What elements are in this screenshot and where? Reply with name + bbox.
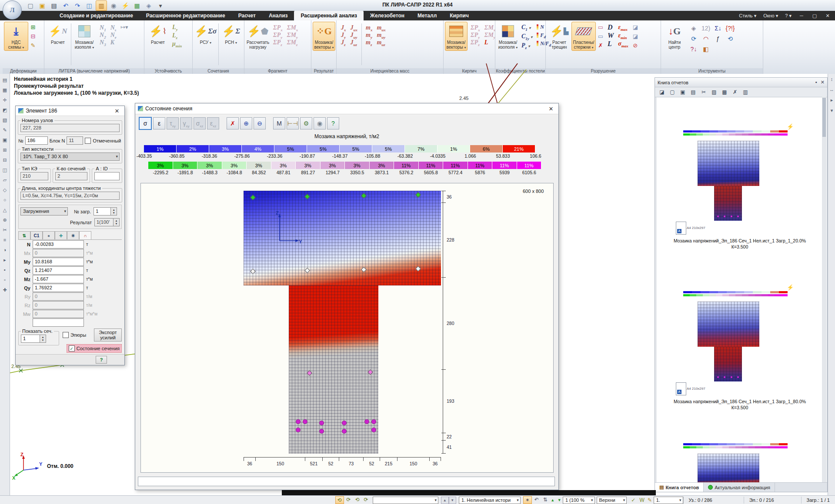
sum-force-button[interactable]: ΣMy (287, 32, 298, 38)
result-tab-icon[interactable]: ⇅ (18, 231, 30, 239)
stress-component-button[interactable]: Ns (110, 24, 117, 31)
stability-result-button[interactable]: Ly (172, 24, 182, 30)
side-tool-icon[interactable]: ◩ (1, 106, 8, 113)
sigma-button[interactable]: σ (139, 117, 152, 130)
style-menu[interactable]: Стиль ▾ (736, 13, 759, 19)
ruler-icon[interactable]: ✗ (597, 41, 605, 49)
book-icon[interactable]: ▥ (96, 0, 107, 11)
scale-cell[interactable]: 11% (443, 162, 468, 169)
scale-cell[interactable]: 2% (177, 145, 209, 153)
scale-cell[interactable]: 3% (370, 162, 394, 169)
strain-limit-button[interactable]: εmin (618, 32, 628, 39)
save-report-icon[interactable]: ▤ (689, 88, 698, 96)
side-tool-icon[interactable]: ✚ (1, 286, 8, 293)
side-tool-icon[interactable]: ○ (1, 196, 8, 203)
number-combo[interactable]: 1. (654, 497, 683, 504)
ribbon-tab[interactable]: Создание и редактирование (53, 11, 140, 20)
history-refresh-icon[interactable]: ⟳ (362, 496, 370, 503)
result-tab-icon[interactable]: C1 (30, 231, 43, 239)
stress-component-button[interactable]: N3 (100, 39, 106, 46)
minimize-button[interactable]: ─ (796, 13, 807, 18)
section-state-dialog[interactable]: Состояние сечения ✕ σ ε τxy γxy (135, 103, 559, 490)
new-document-icon[interactable]: ▢ (25, 1, 36, 10)
plane-view-icon[interactable]: ◪ (631, 23, 639, 31)
step-up-icon[interactable]: ▲ (549, 498, 556, 502)
fracture-result-button[interactable]: W (608, 32, 614, 39)
deformation-tool-icon[interactable]: ⊟ (29, 32, 37, 40)
force-value-field[interactable]: 10.8168 (33, 258, 84, 266)
force-value-field[interactable] (33, 318, 84, 327)
side-tool-icon[interactable]: ▧ (1, 116, 8, 123)
side-tool-icon[interactable]: ▸ (1, 256, 8, 263)
tool-icon[interactable]: ƒ (714, 35, 722, 43)
sigma-xz-button[interactable]: σxz (194, 117, 206, 129)
tool-icon[interactable]: Σ↓ (714, 24, 722, 32)
side-tool-icon[interactable]: △ (1, 206, 8, 213)
pencil-icon[interactable]: ✎ (646, 497, 654, 504)
scale-cell[interactable]: 11% (468, 162, 493, 169)
ribbon-tab[interactable]: Расширенное редактирование (140, 11, 232, 20)
ribbon-tab[interactable]: Кирпич (443, 11, 475, 20)
report-caption-2[interactable]: Мозаика напряжений_Эл_186 Сеч_1 Нел.ист_… (659, 399, 821, 404)
delete-icon[interactable]: ✗ (731, 88, 739, 96)
sum-force-button[interactable]: ΣPy (273, 32, 283, 38)
redo-icon[interactable]: ↷ (72, 1, 83, 10)
prev-button[interactable]: ▲ (441, 497, 449, 504)
scale-cell[interactable]: 1% (438, 145, 470, 153)
stress-component-button[interactable]: N2 (100, 32, 106, 38)
brick-mosaic-vectors-button[interactable]: Мозаика/ векторы ▾ (445, 22, 468, 51)
aid-field[interactable] (94, 172, 120, 180)
scale-cell[interactable]: 3% (271, 162, 296, 169)
loadings-select[interactable]: Загружения (20, 207, 68, 216)
side-tool-icon[interactable]: ▱ (1, 176, 8, 183)
apply-icon[interactable]: ✓ (629, 497, 637, 504)
step-down-icon[interactable]: ▼ (556, 498, 563, 502)
mass-m-button[interactable]: mx (366, 24, 372, 31)
force-value-field[interactable]: -0.00283 (33, 240, 84, 249)
cube-icon[interactable]: ◫ (84, 1, 94, 10)
inertia-j-button[interactable]: Jy (341, 32, 346, 38)
show-section-stepper[interactable]: 1 ▲▼ (21, 335, 46, 343)
result-mosaic-vectors-button[interactable]: ⁘G Мозаика/ векторы ▾ (313, 22, 335, 51)
result-tab-icon[interactable]: ● (43, 231, 55, 239)
force-value-field[interactable]: -1.667 (33, 275, 84, 283)
layer-combo[interactable]: Верхни (597, 497, 627, 504)
element-number-field[interactable]: 186 (25, 136, 48, 145)
result-tab-icon[interactable]: ∩ (79, 231, 91, 239)
mass-m-button[interactable]: mux (377, 24, 385, 31)
find-center-button[interactable]: ↓G Найти центр (662, 22, 687, 50)
bedding-coef-button[interactable]: Pz ▾ (521, 42, 532, 50)
ribbon-tab[interactable]: Расчет (232, 11, 262, 20)
close-icon[interactable]: ✕ (112, 108, 122, 114)
side-tool-icon[interactable]: ▸ (828, 96, 835, 103)
fracture-result-button[interactable]: L (608, 40, 614, 47)
fracture-result-button[interactable]: D (608, 24, 614, 30)
force-value-field[interactable]: 1.76922 (33, 284, 84, 292)
camera-icon[interactable]: ◉ (108, 1, 119, 10)
report-scrollbar[interactable] (822, 97, 826, 483)
side-tool-icon[interactable]: ▦ (1, 86, 8, 93)
side-tool-icon[interactable]: ▣ (1, 136, 8, 143)
arrow-option-icon[interactable]: ↦▾ (120, 23, 128, 31)
inertia-j-button[interactable]: Juy (351, 32, 358, 38)
deformation-tool-icon[interactable]: ⊞ (29, 23, 37, 31)
scale-cell[interactable]: 3% (296, 162, 321, 169)
zoom-cancel-button[interactable]: ✗ (227, 117, 239, 129)
side-tool-icon[interactable]: ↔ (828, 86, 835, 93)
nonlinear-history-combo[interactable]: 1. Нелинейная истори (459, 497, 521, 504)
side-tool-icon[interactable]: ✛ (1, 96, 8, 103)
scale-cell[interactable]: 6% (470, 145, 503, 153)
report-content[interactable]: ⚡ A A4 210x297 Мозаика напряжений_Эл_186… (656, 97, 824, 484)
scale-cell[interactable]: 7% (405, 145, 438, 153)
inertia-j-button[interactable]: Jz (341, 39, 346, 46)
gamma-xy-button[interactable]: γxy (180, 117, 192, 129)
brick-result-button[interactable]: L (484, 39, 496, 46)
scale-cell[interactable]: 21% (503, 145, 535, 153)
apply-icon[interactable]: W (638, 497, 646, 504)
ribbon-tab[interactable]: Металл (411, 11, 443, 20)
tau-xy-button[interactable]: τxy (167, 117, 179, 129)
side-tool-icon[interactable]: ↕ (828, 76, 835, 83)
strain-limit-button[interactable]: σmax (618, 40, 628, 47)
element-dialog-titlebar[interactable]: Элемент 186 ✕ (16, 106, 124, 116)
scale-cell[interactable]: 3% (209, 145, 242, 153)
